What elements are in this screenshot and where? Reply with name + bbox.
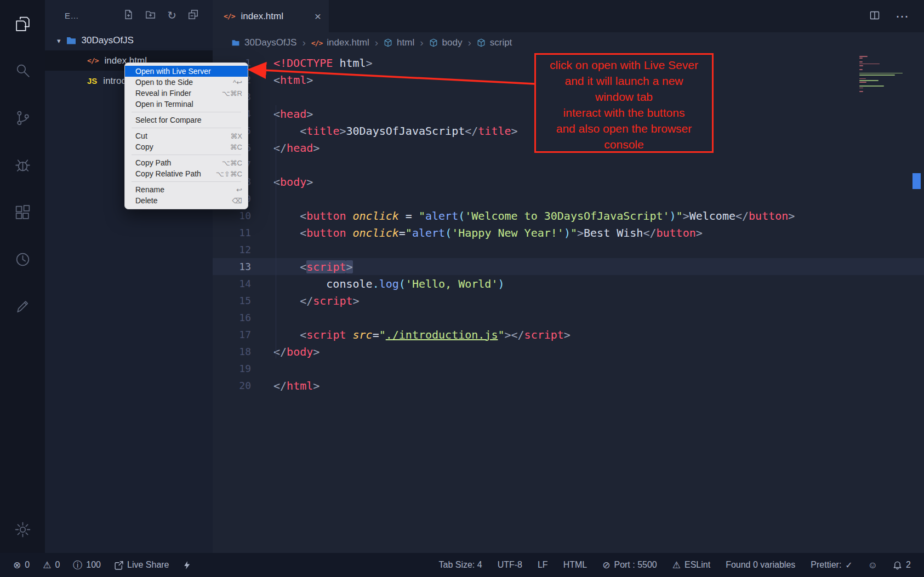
code-line-4[interactable]: 4<head> [213,105,924,122]
breadcrumb-body[interactable]: body [429,37,463,48]
tab-index-html[interactable]: </> index.html × [213,0,329,32]
overview-ruler-marker [912,173,921,189]
more-actions-button[interactable]: ⋯ [896,9,910,24]
close-icon[interactable]: × [315,10,321,23]
activity-history-button[interactable] [0,236,45,283]
eol-indicator[interactable]: LF [538,560,548,570]
folder-icon [231,38,240,47]
tab-size-indicator[interactable]: Tab Size: 4 [438,560,482,570]
editor-actions: ⋯ [869,0,924,32]
refresh-button[interactable]: ↻ [167,10,176,21]
check-icon: ✓ [845,560,852,570]
code-line-19[interactable]: 19 [213,360,924,377]
new-folder-button[interactable] [145,9,156,22]
code-line-12[interactable]: 12 [213,241,924,258]
activity-feedback-button[interactable] [0,283,45,330]
explorer-header: E… ↻ [45,0,213,31]
activity-bar [0,0,45,553]
breadcrumb-file[interactable]: </> index.html [311,37,369,48]
activity-extensions-button[interactable] [0,188,45,236]
prettier-status[interactable]: Prettier: ✓ [811,560,852,570]
menu-item-open-in-terminal[interactable]: Open in Terminal [125,99,248,110]
activity-search-button[interactable] [0,47,45,94]
js-file-icon: JS [87,76,97,85]
new-folder-icon [145,9,156,20]
menu-item-copy-relative-path[interactable]: Copy Relative Path ⌥⇧⌘C [125,168,248,179]
menu-item-copy[interactable]: Copy ⌘C [125,141,248,152]
settings-button[interactable] [0,506,45,553]
chevron-right-icon: › [375,37,378,49]
symbol-cube-icon [429,38,438,47]
code-line-20[interactable]: 20</html> [213,377,924,394]
code-lines: 1<!DOCTYPE html>2<html>34<head>5 <title>… [213,54,924,394]
code-line-6[interactable]: 6</head> [213,139,924,156]
eslint-warning-icon: ⚠ [672,561,681,570]
menu-item-open-to-the-side[interactable]: Open to the Side ^↩ [125,77,248,88]
code-line-9[interactable]: 9 [213,190,924,207]
port-icon: ⊘ [602,561,610,570]
metric-score[interactable]: ⓘ 100 [73,560,101,570]
folder-row-30daysofjs[interactable]: ▾ 30DaysOfJS [45,31,213,50]
html-file-icon: </> [311,39,322,47]
code-line-13[interactable]: 13 <script> [213,258,924,275]
code-line-15[interactable]: 15 </script> [213,292,924,309]
breadcrumb-script[interactable]: script [477,37,512,48]
context-menu: Open with Live Server Open to the Side ^… [124,62,248,209]
notifications-bell[interactable]: 2 [893,560,911,570]
code-line-8[interactable]: 8<body> [213,173,924,190]
lightning-button[interactable] [182,561,192,570]
menu-item-cut[interactable]: Cut ⌘X [125,130,248,141]
activity-explorer-button[interactable] [0,0,45,47]
eslint-status[interactable]: ⚠ ESLint [672,560,710,570]
split-editor-icon [869,10,880,21]
encoding-indicator[interactable]: UTF-8 [498,560,522,570]
error-icon: ⊗ [13,561,21,570]
menu-item-copy-path[interactable]: Copy Path ⌥⌘C [125,157,248,168]
indent-guide [276,105,276,358]
live-server-port[interactable]: ⊘ Port : 5500 [602,560,657,570]
minimap[interactable] [859,56,910,92]
code-line-3[interactable]: 3 [213,88,924,105]
problems-warnings[interactable]: ⚠ 0 [43,560,60,570]
code-editor[interactable]: 1<!DOCTYPE html>2<html>34<head>5 <title>… [213,53,924,553]
menu-item-reveal-in-finder[interactable]: Reveal in Finder ⌥⌘R [125,88,248,99]
html-file-icon: </> [224,12,235,20]
code-line-5[interactable]: 5 <title>30DaysOfJavaScript</title> [213,122,924,139]
menu-item-select-for-compare[interactable]: Select for Compare [125,115,248,125]
split-editor-button[interactable] [869,10,880,23]
search-icon [14,62,32,80]
code-line-17[interactable]: 17 <script src="./introduction.js"></scr… [213,326,924,343]
lightning-icon [182,561,192,570]
new-file-button[interactable] [123,9,134,22]
code-line-18[interactable]: 18</body> [213,343,924,360]
breadcrumb-html[interactable]: html [384,37,414,48]
menu-item-delete[interactable]: Delete ⌫ [125,195,248,206]
code-line-14[interactable]: 14 console.log('Hello, World') [213,275,924,292]
collapse-all-button[interactable] [188,9,198,22]
bell-icon [893,561,902,570]
chevron-right-icon: › [302,37,305,49]
language-mode[interactable]: HTML [563,560,588,570]
menu-item-open-with-live-server[interactable]: Open with Live Server [125,66,248,77]
explorer-title: E… [65,11,79,20]
code-line-7[interactable]: 7 [213,156,924,173]
files-icon [14,15,32,33]
activity-source-control-button[interactable] [0,94,45,141]
folder-icon [66,35,77,46]
feedback-smiley-icon[interactable]: ☺ [868,561,877,570]
code-line-16[interactable]: 16 [213,309,924,326]
variables-status[interactable]: Found 0 variables [726,560,795,570]
code-line-1[interactable]: 1<!DOCTYPE html> [213,54,924,71]
html-file-icon: </> [87,56,98,65]
code-line-2[interactable]: 2<html> [213,71,924,88]
menu-separator [132,181,241,182]
menu-item-rename[interactable]: Rename ↩ [125,184,248,195]
activity-run-debug-button[interactable] [0,141,45,188]
code-line-10[interactable]: 10 <button onclick = "alert('Welcome to … [213,207,924,224]
problems-errors[interactable]: ⊗ 0 [13,560,30,570]
refresh-icon: ↻ [167,9,176,21]
symbol-cube-icon [384,38,392,47]
live-share-button[interactable]: Live Share [114,560,169,570]
breadcrumb-folder[interactable]: 30DaysOfJS [231,37,296,48]
code-line-11[interactable]: 11 <button onclick="alert('Happy New Yea… [213,224,924,241]
